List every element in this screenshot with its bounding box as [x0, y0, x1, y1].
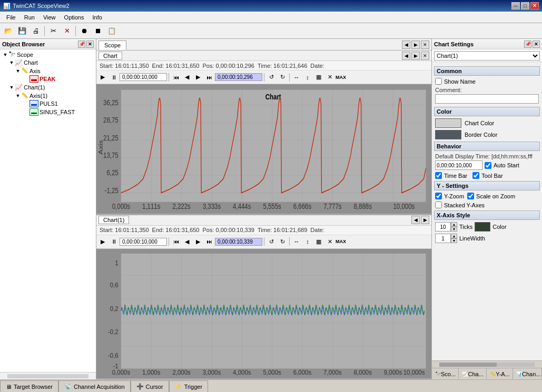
chart-cursor[interactable]: ✕: [324, 72, 335, 83]
chart1-title-tab[interactable]: Chart(1): [98, 216, 129, 224]
chart-zoom-in[interactable]: ↔: [291, 72, 302, 83]
xaxis-color-swatch[interactable]: [475, 222, 490, 232]
tree-item-scope[interactable]: ▼ 🔭 Scope: [0, 51, 96, 58]
chart-refresh[interactable]: ↺: [266, 72, 277, 83]
scope-tab-controls[interactable]: ◀ ▶ ✕: [402, 41, 429, 49]
settings-chart-select[interactable]: Chart(1) Chart: [434, 51, 540, 61]
chart-pause[interactable]: ⏸: [109, 72, 119, 83]
chart1-maxbtn[interactable]: MAX: [336, 236, 346, 247]
scope-tab[interactable]: Scope: [98, 41, 126, 50]
chart-header-controls[interactable]: ◀ ▶ ✕: [402, 52, 429, 60]
chart1-play[interactable]: ▶: [97, 236, 108, 247]
chart1-refresh[interactable]: ↺: [266, 236, 277, 247]
linewidth-down[interactable]: ▼: [451, 238, 457, 243]
tab-target-browser[interactable]: 🖥 Target Browser: [0, 380, 58, 392]
settings-close[interactable]: ✕: [533, 41, 540, 48]
linewidth-spinner[interactable]: ▲ ▼: [435, 234, 457, 243]
toolbar-save[interactable]: 💾: [16, 25, 28, 37]
chart1-step-back[interactable]: ◀: [182, 236, 192, 247]
chart1-next[interactable]: ▶: [421, 216, 429, 224]
stacked-y-axes-checkbox[interactable]: [435, 202, 442, 208]
tree-item-puls1[interactable]: ▬ PULS1: [0, 99, 96, 108]
menu-options[interactable]: Options: [60, 13, 88, 22]
toolbar-print[interactable]: 🖨: [29, 25, 42, 37]
chart1-refresh2[interactable]: ↻: [277, 236, 288, 247]
ticks-spinner[interactable]: ▲ ▼: [435, 222, 457, 232]
toolbar-stop[interactable]: ⏹: [92, 25, 104, 37]
chart-prev[interactable]: ◀: [402, 52, 410, 60]
default-time-input[interactable]: [435, 160, 482, 170]
chart-color-swatch[interactable]: [435, 118, 461, 128]
expand-chart1[interactable]: ▼: [8, 85, 15, 90]
tab-cursor[interactable]: ➕ Cursor: [131, 380, 169, 392]
settings-tab-chan2[interactable]: 📊 Chan...: [513, 368, 542, 379]
menu-info[interactable]: Info: [88, 13, 106, 22]
scope-next[interactable]: ▶: [411, 41, 420, 49]
timebar-checkbox[interactable]: [435, 172, 442, 179]
expand-axis[interactable]: ▼: [15, 68, 21, 74]
linewidth-spinner-btns[interactable]: ▲ ▼: [451, 234, 457, 243]
title-bar-controls[interactable]: ─ □ ✕: [511, 2, 539, 9]
expand-chart[interactable]: ▼: [8, 60, 15, 65]
toolbar-checkbox[interactable]: [472, 172, 479, 179]
tree-item-peak[interactable]: ▬ PEAK: [0, 75, 96, 83]
toolbar-open[interactable]: 📂: [2, 25, 15, 37]
show-name-checkbox[interactable]: [435, 78, 442, 85]
chart-close[interactable]: ✕: [421, 52, 429, 60]
tab-channel-acquisition[interactable]: 📡 Channel Acquisition: [58, 380, 131, 392]
linewidth-input[interactable]: [435, 234, 451, 243]
panel-controls[interactable]: 📌 ✕: [78, 41, 94, 48]
autostart-checkbox[interactable]: [485, 162, 491, 169]
ticks-down[interactable]: ▼: [451, 227, 457, 232]
chart1-prev[interactable]: ◀: [411, 216, 420, 224]
tree-item-sinusfast[interactable]: ▬ SINUS_FAST: [0, 108, 96, 116]
chart1-time-input[interactable]: [120, 238, 167, 246]
chart1-zoom-out[interactable]: ↕: [302, 236, 313, 247]
toolbar-delete[interactable]: ✕: [61, 25, 73, 37]
linewidth-up[interactable]: ▲: [451, 234, 457, 238]
ticks-input[interactable]: [435, 222, 451, 232]
chart-zoom-out[interactable]: ↕: [302, 72, 313, 83]
settings-tab-sco[interactable]: 🔭 Sco...: [432, 368, 459, 379]
chart1-zoom-in[interactable]: ↔: [291, 236, 302, 247]
chart1-cursor[interactable]: ✕: [324, 236, 335, 247]
expand-axis1[interactable]: ▼: [15, 93, 21, 98]
scaleonzoom-checkbox[interactable]: [467, 193, 474, 199]
panel-pin-button[interactable]: 📌: [78, 41, 85, 48]
ticks-up[interactable]: ▲: [451, 222, 457, 227]
toolbar-record[interactable]: ⏺: [78, 25, 91, 37]
chart-skip-start[interactable]: ⏮: [171, 72, 181, 83]
chart1-skip-end[interactable]: ⏭: [204, 236, 214, 247]
menu-run[interactable]: Run: [20, 13, 39, 22]
expand-scope[interactable]: ▼: [2, 52, 8, 57]
chart-pos-input[interactable]: [215, 73, 262, 81]
minimize-button[interactable]: ─: [511, 2, 520, 9]
border-color-swatch[interactable]: [435, 130, 461, 139]
scope-close[interactable]: ✕: [421, 41, 429, 49]
menu-file[interactable]: File: [2, 13, 20, 22]
chart1-pos-input[interactable]: [215, 238, 262, 246]
comment-input[interactable]: [435, 94, 539, 104]
settings-tab-yaxis[interactable]: 📏 Y-A...: [487, 368, 513, 379]
chart-fit[interactable]: ▦: [313, 72, 324, 83]
settings-tab-cha[interactable]: 📈 Cha...: [459, 368, 487, 379]
tree-item-axis1[interactable]: ▼ 📏 Axis(1): [0, 92, 96, 99]
chart-next[interactable]: ▶: [411, 52, 420, 60]
chart-refresh2[interactable]: ↻: [277, 72, 288, 83]
scope-prev[interactable]: ◀: [402, 41, 410, 49]
chart1-fit[interactable]: ▦: [313, 236, 324, 247]
chart1-header-controls[interactable]: ◀ ▶: [411, 216, 429, 224]
chart-step-back[interactable]: ◀: [182, 72, 192, 83]
settings-scrollbar[interactable]: [432, 360, 542, 368]
close-button[interactable]: ✕: [530, 2, 539, 9]
settings-header-controls[interactable]: 📌 ✕: [524, 41, 540, 48]
ticks-spinner-btns[interactable]: ▲ ▼: [451, 222, 457, 232]
toolbar-paste[interactable]: 📋: [105, 25, 118, 37]
yzoom-checkbox[interactable]: [435, 193, 442, 199]
toolbar-cut[interactable]: ✂: [47, 25, 60, 37]
tree-item-chart[interactable]: ▼ 📈 Chart: [0, 58, 96, 67]
object-browser-scrollbar[interactable]: [0, 372, 96, 379]
maximize-button[interactable]: □: [521, 2, 529, 9]
tree-item-axis[interactable]: ▼ 📏 Axis: [0, 67, 96, 75]
chart-skip-end[interactable]: ⏭: [204, 72, 214, 83]
